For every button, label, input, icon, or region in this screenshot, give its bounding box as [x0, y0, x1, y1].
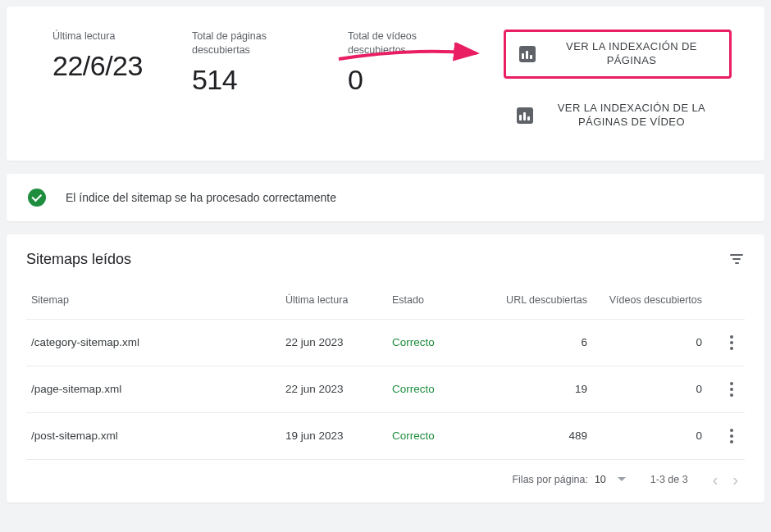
button-label: VER LA INDEXACIÓN DE LA PÁGINAS DE VÍDEO: [545, 102, 719, 130]
col-state: Estado: [387, 276, 486, 320]
rows-per-page-label: Filas por página:: [512, 474, 587, 485]
cell-last-read: 22 jun 2023: [281, 319, 387, 366]
metric-videos: Total de vídeos descubiertos 0: [348, 30, 454, 96]
col-sitemap: Sitemap: [26, 276, 281, 320]
col-urls: URL descubiertas: [486, 276, 592, 320]
view-page-indexing-button[interactable]: VER LA INDEXACIÓN DE PÁGINAS: [504, 30, 732, 79]
bar-chart-icon: [517, 107, 533, 124]
cell-videos: 0: [592, 412, 707, 459]
button-label: VER LA INDEXACIÓN DE PÁGINAS: [547, 40, 716, 68]
status-message: El índice del sitemap se ha procesado co…: [66, 191, 336, 204]
metric-last-read: Última lectura 22/6/23: [52, 30, 143, 82]
cell-sitemap: /post-sitemap.xml: [26, 412, 281, 459]
cell-urls: 489: [486, 412, 592, 459]
prev-page-button[interactable]: ‹: [713, 471, 719, 488]
cell-sitemap: /category-sitemap.xml: [26, 319, 281, 366]
table-row[interactable]: /category-sitemap.xml 22 jun 2023 Correc…: [26, 319, 745, 366]
cell-last-read: 22 jun 2023: [281, 366, 387, 412]
col-videos: Vídeos descubiertos: [592, 276, 707, 320]
row-menu-icon[interactable]: [723, 335, 740, 350]
metric-label: Total de páginas descubiertas: [192, 30, 299, 57]
view-video-indexing-button[interactable]: VER LA INDEXACIÓN DE LA PÁGINAS DE VÍDEO: [504, 93, 732, 138]
table-row[interactable]: /post-sitemap.xml 19 jun 2023 Correcto 4…: [26, 412, 745, 459]
table-row[interactable]: /page-sitemap.xml 22 jun 2023 Correcto 1…: [26, 366, 745, 412]
row-menu-icon[interactable]: [723, 382, 740, 397]
metric-value: 0: [348, 64, 454, 96]
col-last-read: Última lectura: [281, 276, 387, 320]
metric-pages: Total de páginas descubiertas 514: [192, 30, 299, 96]
cell-videos: 0: [592, 319, 707, 366]
table-title: Sitemaps leídos: [26, 251, 131, 268]
cell-urls: 19: [486, 366, 592, 412]
metric-label: Total de vídeos descubiertos: [348, 30, 454, 57]
pagination: Filas por página: 10 1-3 de 3 ‹ ›: [26, 459, 745, 502]
metric-value: 22/6/23: [52, 50, 143, 82]
row-menu-icon[interactable]: [723, 429, 740, 443]
metric-value: 514: [192, 64, 299, 96]
rows-per-page[interactable]: Filas por página: 10: [512, 474, 625, 485]
summary-card: Última lectura 22/6/23 Total de páginas …: [7, 7, 764, 161]
cell-last-read: 19 jun 2023: [281, 412, 387, 459]
cell-urls: 6: [486, 319, 592, 366]
status-card: El índice del sitemap se ha procesado co…: [7, 174, 764, 221]
rows-per-page-value: 10: [595, 474, 606, 485]
summary-actions: VER LA INDEXACIÓN DE PÁGINAS VER LA INDE…: [504, 30, 732, 138]
check-circle-icon: [28, 189, 46, 207]
bar-chart-icon: [519, 46, 536, 62]
cell-state: Correcto: [387, 412, 486, 459]
sitemaps-table-card: Sitemaps leídos Sitemap Última lectura E…: [7, 234, 764, 502]
pagination-range: 1-3 de 3: [650, 474, 688, 485]
cell-state: Correcto: [387, 319, 486, 366]
chevron-down-icon: [618, 477, 626, 481]
metric-label: Última lectura: [52, 30, 143, 43]
sitemaps-table: Sitemap Última lectura Estado URL descub…: [26, 276, 745, 459]
cell-videos: 0: [592, 366, 707, 412]
cell-state: Correcto: [387, 366, 486, 412]
cell-sitemap: /page-sitemap.xml: [26, 366, 281, 412]
next-page-button[interactable]: ›: [732, 471, 738, 488]
filter-icon[interactable]: [728, 251, 745, 267]
